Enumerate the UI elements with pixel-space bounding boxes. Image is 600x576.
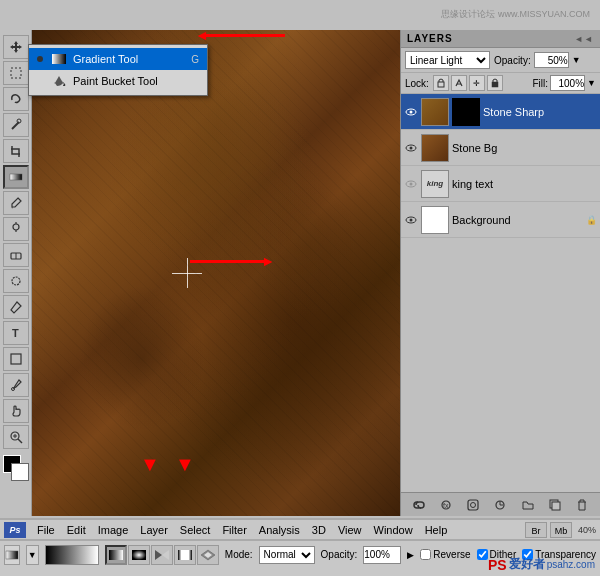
svg-point-28 bbox=[410, 218, 413, 221]
shape-tool[interactable] bbox=[3, 347, 29, 371]
svg-point-24 bbox=[410, 146, 413, 149]
svg-text:T: T bbox=[12, 327, 19, 339]
ps-site-url: psahz.com bbox=[547, 559, 595, 570]
layers-list: Stone Sharp Stone Bg king king text bbox=[401, 94, 600, 492]
layer-name-stone-sharp: Stone Sharp bbox=[483, 106, 597, 118]
reflected-gradient-btn[interactable] bbox=[174, 545, 196, 565]
adjustment-layer-btn[interactable] bbox=[490, 496, 510, 514]
selection-tool[interactable] bbox=[3, 61, 29, 85]
pen-tool[interactable] bbox=[3, 295, 29, 319]
blend-mode-select[interactable]: Linear Light Normal Multiply Screen Over… bbox=[405, 51, 490, 69]
panel-bottom-bar: fx bbox=[401, 492, 600, 516]
linear-gradient-btn[interactable] bbox=[105, 545, 127, 565]
menu-view[interactable]: View bbox=[333, 523, 367, 537]
magic-wand-tool[interactable] bbox=[3, 113, 29, 137]
layer-stone-sharp[interactable]: Stone Sharp bbox=[401, 94, 600, 130]
gradient-preview[interactable] bbox=[45, 545, 99, 565]
opacity-options-arrow[interactable]: ▶ bbox=[407, 550, 414, 560]
menu-window[interactable]: Window bbox=[369, 523, 418, 537]
mode-select[interactable]: Normal Multiply Screen bbox=[259, 546, 315, 564]
paint-bucket-tool-option[interactable]: Paint Bucket Tool bbox=[29, 70, 207, 92]
canvas-area[interactable] bbox=[32, 30, 400, 516]
svg-rect-3 bbox=[10, 174, 22, 180]
link-layers-btn[interactable] bbox=[409, 496, 429, 514]
svg-point-4 bbox=[13, 224, 19, 230]
eyedropper-tool[interactable] bbox=[3, 373, 29, 397]
hand-tool[interactable] bbox=[3, 399, 29, 423]
fill-area: Fill: ▼ bbox=[533, 75, 596, 91]
layer-name-stone-bg: Stone Bg bbox=[452, 142, 597, 154]
annotation-arrow-2 bbox=[190, 260, 265, 263]
ps-brand: PS 爱好者 psahz.com bbox=[488, 556, 595, 573]
gradient-tool-popup: Gradient Tool G Paint Bucket Tool bbox=[28, 44, 208, 96]
panel-header: LAYERS ◄◄ bbox=[401, 30, 600, 48]
layer-eye-background[interactable] bbox=[404, 213, 418, 227]
gradient-picker-btn[interactable]: ▼ bbox=[26, 545, 39, 565]
brush-tool[interactable] bbox=[3, 191, 29, 215]
reverse-checkbox[interactable] bbox=[420, 549, 431, 560]
fill-input[interactable] bbox=[550, 75, 585, 91]
opacity-input[interactable] bbox=[534, 52, 569, 68]
eraser-tool[interactable] bbox=[3, 243, 29, 267]
mb-button[interactable]: Mb bbox=[550, 522, 572, 538]
menu-image[interactable]: Image bbox=[93, 523, 134, 537]
zoom-tool[interactable] bbox=[3, 425, 29, 449]
layer-stone-bg[interactable]: Stone Bg bbox=[401, 130, 600, 166]
type-tool[interactable]: T bbox=[3, 321, 29, 345]
add-mask-btn[interactable] bbox=[463, 496, 483, 514]
menu-3d[interactable]: 3D bbox=[307, 523, 331, 537]
layer-lock-icon: 🔒 bbox=[586, 215, 597, 225]
menu-help[interactable]: Help bbox=[420, 523, 453, 537]
svg-rect-17 bbox=[52, 54, 66, 64]
svg-rect-20 bbox=[492, 82, 498, 87]
tool-preset-btn[interactable] bbox=[4, 545, 20, 565]
angle-gradient-btn[interactable] bbox=[151, 545, 173, 565]
menu-analysis[interactable]: Analysis bbox=[254, 523, 305, 537]
gradient-tool-option[interactable]: Gradient Tool G bbox=[29, 48, 207, 70]
radial-gradient-btn[interactable] bbox=[128, 545, 150, 565]
menu-edit[interactable]: Edit bbox=[62, 523, 91, 537]
color-swatches[interactable] bbox=[3, 455, 29, 481]
gradient-tool[interactable] bbox=[3, 165, 29, 189]
svg-rect-37 bbox=[109, 550, 123, 560]
svg-point-9 bbox=[12, 277, 20, 285]
br-button[interactable]: Br bbox=[525, 522, 547, 538]
move-tool[interactable] bbox=[3, 35, 29, 59]
right-controls: Br Mb 40% bbox=[525, 522, 596, 538]
lock-position-btn[interactable]: ✛ bbox=[469, 75, 485, 91]
menu-layer[interactable]: Layer bbox=[135, 523, 173, 537]
fill-arrow[interactable]: ▼ bbox=[587, 78, 596, 88]
crop-tool[interactable] bbox=[3, 139, 29, 163]
new-layer-btn[interactable] bbox=[545, 496, 565, 514]
opacity-options-input[interactable] bbox=[363, 546, 401, 564]
blur-tool[interactable] bbox=[3, 269, 29, 293]
layer-styles-btn[interactable]: fx bbox=[436, 496, 456, 514]
lock-pixels-btn[interactable] bbox=[451, 75, 467, 91]
svg-rect-0 bbox=[11, 68, 21, 78]
lock-transparent-btn[interactable] bbox=[433, 75, 449, 91]
reverse-label: Reverse bbox=[433, 549, 470, 560]
delete-layer-btn[interactable] bbox=[572, 496, 592, 514]
panel-collapse[interactable]: ◄◄ bbox=[574, 34, 594, 44]
diamond-gradient-btn[interactable] bbox=[197, 545, 219, 565]
svg-point-26 bbox=[410, 182, 413, 185]
layer-eye-stone-sharp[interactable] bbox=[404, 105, 418, 119]
reverse-option[interactable]: Reverse bbox=[420, 549, 470, 560]
lock-all-btn[interactable] bbox=[487, 75, 503, 91]
menu-filter[interactable]: Filter bbox=[217, 523, 251, 537]
lasso-tool[interactable] bbox=[3, 87, 29, 111]
annotation-arrow-down-2: ▼ bbox=[175, 453, 195, 476]
menu-select[interactable]: Select bbox=[175, 523, 216, 537]
lock-label: Lock: bbox=[405, 78, 429, 89]
layer-eye-stone-bg[interactable] bbox=[404, 141, 418, 155]
menu-file[interactable]: File bbox=[32, 523, 60, 537]
opacity-arrow[interactable]: ▼ bbox=[572, 55, 581, 65]
annotation-arrow-down-1: ▼ bbox=[140, 453, 160, 476]
clone-stamp-tool[interactable] bbox=[3, 217, 29, 241]
annotation-arrow-1 bbox=[205, 34, 285, 37]
layer-background[interactable]: Background 🔒 bbox=[401, 202, 600, 238]
dither-checkbox[interactable] bbox=[477, 549, 488, 560]
new-group-btn[interactable] bbox=[518, 496, 538, 514]
layer-king-text[interactable]: king king text bbox=[401, 166, 600, 202]
layer-eye-king-text[interactable] bbox=[404, 177, 418, 191]
